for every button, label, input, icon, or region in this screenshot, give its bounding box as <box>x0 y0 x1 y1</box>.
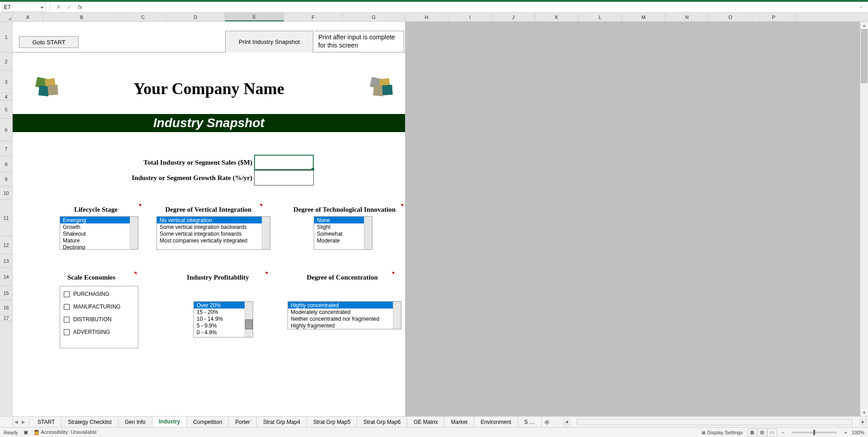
row-header-11[interactable]: 11 <box>0 200 12 236</box>
scrollbar[interactable] <box>130 217 138 249</box>
column-header-J[interactable]: J <box>492 13 535 21</box>
list-item[interactable]: Most companies vertically integrated <box>157 237 262 244</box>
column-header-N[interactable]: N <box>665 13 709 21</box>
row-header-3[interactable]: 3 <box>0 71 12 93</box>
row-header-2[interactable]: 2 <box>0 52 12 71</box>
vertical-scrollbar[interactable]: ▲ ▼ <box>860 22 868 416</box>
sheet-tab[interactable]: Environment <box>474 417 518 427</box>
list-item[interactable]: Moderately concentrated <box>288 309 393 315</box>
sheet-tab[interactable]: Strat Grp Map6 <box>357 417 407 427</box>
row-header-9[interactable]: 9 <box>0 172 12 186</box>
hscroll-right-arrow-icon[interactable]: ▶ <box>860 419 866 425</box>
row-header-7[interactable]: 7 <box>0 141 12 157</box>
row-header-4[interactable]: 4 <box>0 93 12 100</box>
row-header-8[interactable]: 8 <box>0 157 12 172</box>
row-header-15[interactable]: 15 <box>0 286 12 300</box>
sheet-tab[interactable]: Strat Grp Map4 <box>257 417 307 427</box>
scrollbar[interactable] <box>262 217 270 249</box>
list-item[interactable]: 0 - 4.9% <box>194 329 245 336</box>
row-header-5[interactable]: 5 <box>0 100 12 119</box>
goto-start-button[interactable]: Goto START <box>19 36 79 48</box>
row-header-12[interactable]: 12 <box>0 236 12 254</box>
horizontal-scrollbar[interactable] <box>577 419 853 425</box>
zoom-slider[interactable] <box>792 432 837 433</box>
total-sales-input[interactable] <box>254 155 314 170</box>
print-snapshot-button[interactable]: Print Industry Snapshot <box>225 31 313 52</box>
zoom-in-button[interactable]: + <box>844 430 847 435</box>
checkbox-row[interactable]: MANUFACTURING <box>64 304 134 310</box>
scroll-down-arrow-icon[interactable]: ▼ <box>860 409 868 416</box>
list-item[interactable]: Growth <box>60 223 130 230</box>
sheet-tab[interactable]: Gen Info <box>118 417 152 427</box>
expand-formula-bar-button[interactable]: ⌄ <box>859 4 866 11</box>
sheet-tab[interactable]: S … <box>518 417 542 427</box>
list-item[interactable]: 10 - 14.9% <box>194 315 245 322</box>
column-header-P[interactable]: P <box>752 13 796 21</box>
insert-function-button[interactable]: fx <box>75 3 85 12</box>
vertical-integration-listbox[interactable]: No vertical integrationSome vertical int… <box>156 216 270 250</box>
scrollbar[interactable] <box>245 302 253 337</box>
list-item[interactable]: Highly concentrated <box>288 302 393 309</box>
row-header-1[interactable]: 1 <box>0 22 12 52</box>
checkbox-row[interactable]: PURCHASING <box>64 291 134 297</box>
column-header-C[interactable]: C <box>120 13 166 21</box>
list-item[interactable]: No vertical integration <box>157 217 262 223</box>
formula-input[interactable] <box>86 3 857 12</box>
column-header-L[interactable]: L <box>579 13 622 21</box>
checkbox[interactable] <box>64 291 70 297</box>
list-item[interactable]: Mature <box>60 237 130 244</box>
column-header-I[interactable]: I <box>448 13 492 21</box>
checkbox[interactable] <box>64 304 70 310</box>
sheet-tab[interactable]: START <box>31 417 61 427</box>
sheet-tab[interactable]: Industry <box>152 417 187 428</box>
sheet-tab[interactable]: Strategy Checklist <box>61 417 118 427</box>
page-layout-view-button[interactable]: ▤ <box>757 428 767 437</box>
column-header-D[interactable]: D <box>166 13 225 21</box>
list-item[interactable]: 5 - 9.9% <box>194 322 245 329</box>
tech-innovation-listbox[interactable]: NoneSlightSomewhatModerate <box>314 216 373 250</box>
list-item[interactable]: Declining <box>60 244 130 249</box>
checkbox-row[interactable]: ADVERTISING <box>64 329 134 335</box>
scrollbar[interactable] <box>393 302 401 329</box>
sheet-tab[interactable]: GE Matrix <box>407 417 444 427</box>
column-header-G[interactable]: G <box>343 13 405 21</box>
sheet-tab[interactable]: Market <box>444 417 474 427</box>
list-item[interactable]: Some vertical integration forwards <box>157 230 262 237</box>
select-all-corner[interactable] <box>0 13 12 22</box>
list-item[interactable]: Shakeout <box>60 230 130 237</box>
checkbox[interactable] <box>64 317 70 323</box>
list-item[interactable]: None <box>314 217 364 223</box>
sheet-tab[interactable]: Competition <box>187 417 229 427</box>
sheet-tab[interactable]: Strat Grp Map5 <box>307 417 357 427</box>
accessibility-status[interactable]: 🙍 Accessibility: Unavailable <box>33 429 97 435</box>
zoom-out-button[interactable]: − <box>782 430 784 435</box>
name-box[interactable]: E7 <box>2 3 46 12</box>
column-header-E[interactable]: E <box>225 13 284 21</box>
column-header-H[interactable]: H <box>405 13 448 21</box>
list-item[interactable]: Highly fragmented <box>288 322 393 329</box>
hscroll-left-arrow-icon[interactable]: ◀ <box>563 419 570 425</box>
concentration-listbox[interactable]: Highly concentratedModerately concentrat… <box>288 301 401 329</box>
list-item[interactable]: Emerging <box>60 217 130 223</box>
column-header-B[interactable]: B <box>43 13 120 21</box>
accept-formula-button[interactable]: ✓ <box>65 3 74 12</box>
sheet-tab[interactable]: Porter <box>229 417 257 427</box>
macro-record-icon[interactable]: ▣ <box>24 429 28 435</box>
row-header-16[interactable]: 16 <box>0 300 12 315</box>
column-header-A[interactable]: A <box>13 13 43 21</box>
row-header-6[interactable]: 6 <box>0 119 12 141</box>
row-header-14[interactable]: 14 <box>0 268 12 286</box>
column-header-M[interactable]: M <box>622 13 665 21</box>
tab-nav-next-button[interactable]: ▶ <box>20 417 27 427</box>
lifecycle-listbox[interactable]: EmergingGrowthShakeoutMatureDeclining <box>60 216 138 250</box>
zoom-level[interactable]: 100% <box>852 430 864 435</box>
checkbox-row[interactable]: DISTRIBUTION <box>64 316 134 323</box>
add-sheet-button[interactable]: ⊕ <box>542 417 552 427</box>
row-header-13[interactable]: 13 <box>0 254 12 268</box>
profitability-listbox[interactable]: Over 20%15 - 20%10 - 14.9% 5 - 9.9% 0 - … <box>193 301 253 337</box>
column-header-O[interactable]: O <box>709 13 752 21</box>
tab-nav-prev-button[interactable]: ◀ <box>13 417 20 427</box>
scrollbar[interactable] <box>364 217 372 249</box>
list-item[interactable]: Neither concentrated nor fragmented <box>288 315 393 322</box>
checkbox[interactable] <box>64 329 70 335</box>
